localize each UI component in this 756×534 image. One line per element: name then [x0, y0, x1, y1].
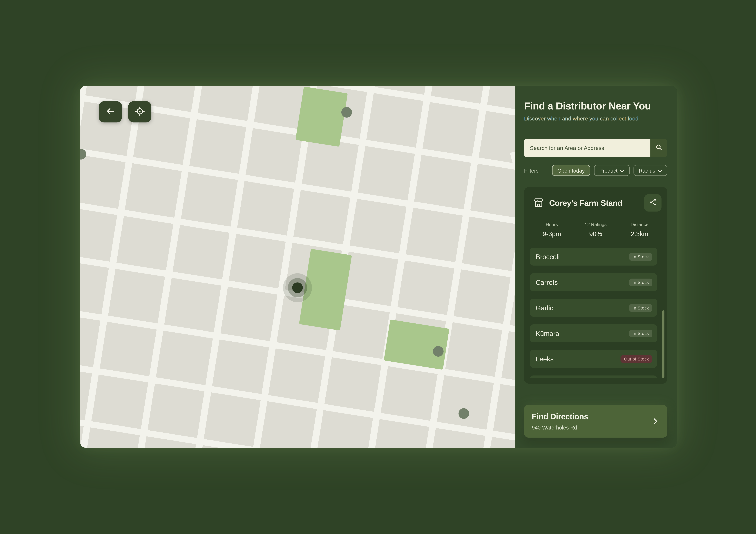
stock-badge: In Stock	[629, 278, 652, 286]
search-bar	[524, 139, 667, 157]
directions-text: Find Directions 940 Waterholes Rd	[532, 412, 588, 430]
search-button[interactable]	[650, 139, 667, 157]
stat-distance: Distance 2.3km	[618, 222, 662, 238]
stat-hours: Hours 9-3pm	[530, 222, 574, 238]
product-row: Leeks Out of Stock	[530, 350, 657, 368]
map-park	[295, 87, 348, 147]
map-marker[interactable]	[433, 346, 444, 357]
chevron-down-icon	[658, 168, 662, 173]
crosshair-icon	[134, 106, 145, 118]
filters-row: Filters Open today Product Radius	[524, 165, 667, 176]
share-button[interactable]	[644, 194, 662, 212]
locate-button[interactable]	[128, 101, 151, 122]
product-row: Broccoli In Stock	[530, 248, 657, 266]
chip-label: Radius	[639, 168, 655, 173]
stock-badge: In Stock	[629, 304, 652, 312]
stat-label: 12 Ratings	[574, 222, 618, 227]
stock-badge: In Stock	[629, 330, 652, 337]
stock-badge: In Stock	[629, 253, 652, 260]
map[interactable]	[80, 86, 515, 448]
map-controls	[99, 101, 151, 122]
filter-product[interactable]: Product	[594, 165, 630, 176]
stat-label: Hours	[530, 222, 574, 227]
chip-label: Open today	[557, 168, 585, 173]
product-name: Carrots	[536, 278, 558, 286]
distributor-finder-window: Find a Distributor Near You Discover whe…	[80, 86, 677, 448]
page-subtitle: Discover when and where you can collect …	[524, 116, 667, 121]
stat-value: 2.3km	[618, 230, 662, 238]
product-row-partial	[530, 375, 657, 378]
scrollbar[interactable]	[662, 310, 664, 378]
storefront-icon	[533, 198, 544, 208]
sidebar-panel: Find a Distributor Near You Discover whe…	[515, 86, 677, 448]
product-list[interactable]: Broccoli In Stock Carrots In Stock Garli…	[530, 248, 662, 378]
directions-address: 940 Waterholes Rd	[532, 425, 588, 430]
product-name: Kūmara	[536, 330, 559, 337]
search-input[interactable]	[524, 139, 650, 157]
stat-value: 9-3pm	[530, 230, 574, 238]
product-row: Carrots In Stock	[530, 273, 657, 291]
filter-open-today[interactable]: Open today	[552, 165, 590, 176]
product-row: Garlic In Stock	[530, 299, 657, 317]
distributor-card: Corey’s Farm Stand Hours 9-3pm 12 Rating…	[524, 187, 667, 384]
distributor-header: Corey’s Farm Stand	[530, 193, 662, 211]
selected-map-marker[interactable]	[292, 282, 303, 293]
filters-label: Filters	[524, 168, 539, 173]
magnifier-icon	[655, 144, 662, 152]
distributor-stats: Hours 9-3pm 12 Ratings 90% Distance 2.3k…	[530, 222, 662, 238]
filter-chips: Open today Product Radius	[552, 165, 667, 176]
map-marker[interactable]	[341, 107, 352, 118]
page-title: Find a Distributor Near You	[524, 100, 667, 112]
product-name: Leeks	[536, 355, 554, 363]
share-nodes-icon	[649, 198, 657, 208]
product-row: Kūmara In Stock	[530, 324, 657, 342]
back-button[interactable]	[99, 101, 122, 122]
stat-ratings: 12 Ratings 90%	[574, 222, 618, 238]
distributor-name: Corey’s Farm Stand	[549, 198, 622, 207]
stat-label: Distance	[618, 222, 662, 227]
chip-label: Product	[599, 168, 617, 173]
product-name: Garlic	[536, 304, 553, 312]
chevron-right-icon	[651, 417, 660, 426]
filter-radius[interactable]: Radius	[634, 165, 667, 176]
product-name: Broccoli	[536, 253, 560, 260]
chevron-down-icon	[620, 168, 624, 173]
stock-badge: Out of Stock	[621, 355, 652, 363]
stat-value: 90%	[574, 230, 618, 238]
map-marker[interactable]	[458, 408, 469, 419]
find-directions-button[interactable]: Find Directions 940 Waterholes Rd	[524, 405, 667, 438]
app-background: Find a Distributor Near You Discover whe…	[0, 0, 756, 534]
arrow-left-icon	[105, 106, 116, 118]
directions-label: Find Directions	[532, 412, 588, 421]
